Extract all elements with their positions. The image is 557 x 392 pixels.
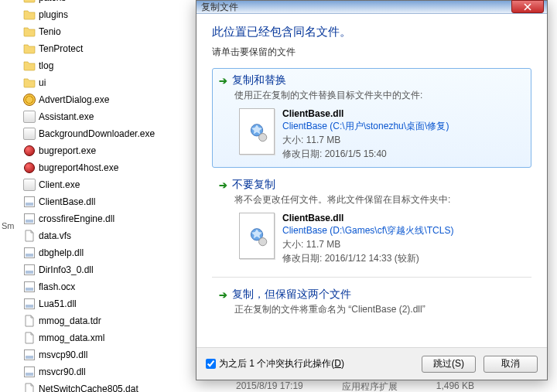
dialog-footer: 为之后 1 个冲突执行此操作(D) 跳过(S) 取消 <box>196 347 547 380</box>
file-item[interactable]: patcns <box>22 0 200 6</box>
file-size: 大小: 11.7 MB <box>282 134 449 147</box>
option-title: 复制，但保留这两个文件 <box>232 288 351 302</box>
file-item[interactable]: bugreport.exe <box>22 142 200 159</box>
file-label: flash.ocx <box>39 281 75 292</box>
file-item[interactable]: AdvertDialog.exe <box>22 91 200 108</box>
status-date: 2015/8/19 17:19 <box>236 380 303 392</box>
file-item[interactable]: mmog_data.tdr <box>22 312 200 329</box>
file-label: AdvertDialog.exe <box>39 94 109 105</box>
dll-icon <box>23 264 36 276</box>
option-keep-both[interactable]: ➔ 复制，但保留这两个文件 正在复制的文件将重命名为 “ClientBase (… <box>212 282 531 323</box>
dll-icon <box>23 213 36 225</box>
dll-icon <box>23 247 36 259</box>
file-list: patcnspluginsTenioTenProtecttloguiAdvert… <box>22 0 200 392</box>
file-label: crossfireEngine.dll <box>39 213 114 224</box>
status-row: 2015/8/19 17:19 应用程序扩展 1,496 KB <box>236 380 474 392</box>
file-label: NetSwitchCache805.dat <box>39 383 138 392</box>
skip-button[interactable]: 跳过(S) <box>422 356 476 373</box>
file-item[interactable]: data.vfs <box>22 227 200 244</box>
file-label: Client.exe <box>39 179 80 190</box>
option-subtitle: 将不会更改任何文件。将此文件保留在目标文件夹中: <box>234 193 525 206</box>
arrow-icon: ➔ <box>219 75 227 87</box>
file-label: bugreport.exe <box>39 145 96 156</box>
file-item[interactable]: ClientBase.dll <box>22 193 200 210</box>
file-label: plugins <box>39 9 68 20</box>
arrow-icon: ➔ <box>219 179 227 191</box>
file-label: dbghelp.dll <box>39 247 84 258</box>
dialog-titlebar[interactable]: 复制文件 <box>196 1 547 14</box>
file-date: 修改日期: 2016/1/12 14:33 (较新) <box>282 252 453 265</box>
bug-icon <box>23 145 36 157</box>
file-item[interactable]: msvcr90.dll <box>22 363 200 380</box>
dll-file-icon <box>239 108 275 155</box>
option-title: 不要复制 <box>232 178 275 192</box>
folder-icon <box>23 77 36 89</box>
dialog-subhead: 请单击要保留的文件 <box>212 46 531 59</box>
file-label: tlog <box>39 60 53 71</box>
file-item[interactable]: Lua51.dll <box>22 295 200 312</box>
file-item[interactable]: msvcp90.dll <box>22 346 200 363</box>
file-item[interactable]: ui <box>22 74 200 91</box>
apply-to-all-checkbox[interactable]: 为之后 1 个冲突执行此操作(D) <box>206 357 344 370</box>
file-label: ClientBase.dll <box>39 196 95 207</box>
file-label: data.vfs <box>39 230 71 241</box>
close-button[interactable] <box>511 0 544 13</box>
file-item[interactable]: flash.ocx <box>22 278 200 295</box>
app-icon <box>23 179 36 191</box>
folder-icon <box>23 0 36 4</box>
dll-icon <box>23 349 36 361</box>
file-item[interactable]: Tenio <box>22 23 200 40</box>
file-path: ClientBase (D:\Games\cf\穿越火线\TCLS) <box>282 224 453 237</box>
file-label: msvcp90.dll <box>39 349 87 360</box>
file-icon <box>23 315 36 327</box>
file-name: ClientBase.dll <box>282 108 449 119</box>
file-item[interactable]: BackgroundDownloader.exe <box>22 125 200 142</box>
folder-icon <box>23 26 36 38</box>
file-item[interactable]: crossfireEngine.dll <box>22 210 200 227</box>
option-copy-replace[interactable]: ➔ 复制和替换 使用正在复制的文件替换目标文件夹中的文件: ClientBase… <box>212 68 531 168</box>
arrow-icon: ➔ <box>219 289 227 301</box>
dialog-body: 此位置已经包含同名文件。 请单击要保留的文件 ➔ 复制和替换 使用正在复制的文件… <box>196 14 547 323</box>
file-item[interactable]: TenProtect <box>22 40 200 57</box>
option-subtitle: 正在复制的文件将重命名为 “ClientBase (2).dll” <box>234 303 525 316</box>
file-date: 修改日期: 2016/1/5 15:40 <box>282 148 449 161</box>
file-item[interactable]: NetSwitchCache805.dat <box>22 380 200 392</box>
apply-to-all-input[interactable] <box>206 359 216 369</box>
status-type: 应用程序扩展 <box>342 380 398 392</box>
file-item[interactable]: Assistant.exe <box>22 108 200 125</box>
file-label: DirInfo3_0.dll <box>39 264 94 275</box>
file-icon <box>23 332 36 344</box>
option-dont-copy[interactable]: ➔ 不要复制 将不会更改任何文件。将此文件保留在目标文件夹中: ClientBa… <box>212 172 531 272</box>
file-item[interactable]: bugreport4host.exe <box>22 159 200 176</box>
file-label: Lua51.dll <box>39 298 77 309</box>
option-title: 复制和替换 <box>232 73 286 87</box>
folder-icon <box>23 9 36 21</box>
file-item[interactable]: dbghelp.dll <box>22 244 200 261</box>
file-item[interactable]: DirInfo3_0.dll <box>22 261 200 278</box>
bug-icon <box>23 162 36 174</box>
scroll-indicator: Sm <box>2 221 15 230</box>
dll-icon <box>23 366 36 378</box>
dll-icon <box>23 298 36 310</box>
folder-icon <box>23 43 36 55</box>
file-label: Tenio <box>39 26 61 37</box>
dll-file-icon <box>239 213 275 259</box>
dll-icon <box>23 196 36 208</box>
file-item[interactable]: tlog <box>22 57 200 74</box>
file-label: BackgroundDownloader.exe <box>39 128 155 139</box>
gear-icon <box>23 94 36 106</box>
file-item[interactable]: Client.exe <box>22 176 200 193</box>
dialog-title: 复制文件 <box>201 1 238 14</box>
cancel-button[interactable]: 取消 <box>484 356 538 373</box>
file-label: mmog_data.xml <box>39 332 104 343</box>
svg-point-3 <box>259 238 267 246</box>
file-label: msvcr90.dll <box>39 366 86 377</box>
file-icon <box>23 383 36 392</box>
file-label: ui <box>39 77 46 88</box>
file-item[interactable]: plugins <box>22 6 200 23</box>
file-name: ClientBase.dll <box>282 213 453 223</box>
file-item[interactable]: mmog_data.xml <box>22 329 200 346</box>
exe-icon <box>23 128 36 140</box>
source-file-meta: ClientBase.dll ClientBase (C:\用户\stonezh… <box>282 108 449 161</box>
app-icon <box>23 111 36 123</box>
